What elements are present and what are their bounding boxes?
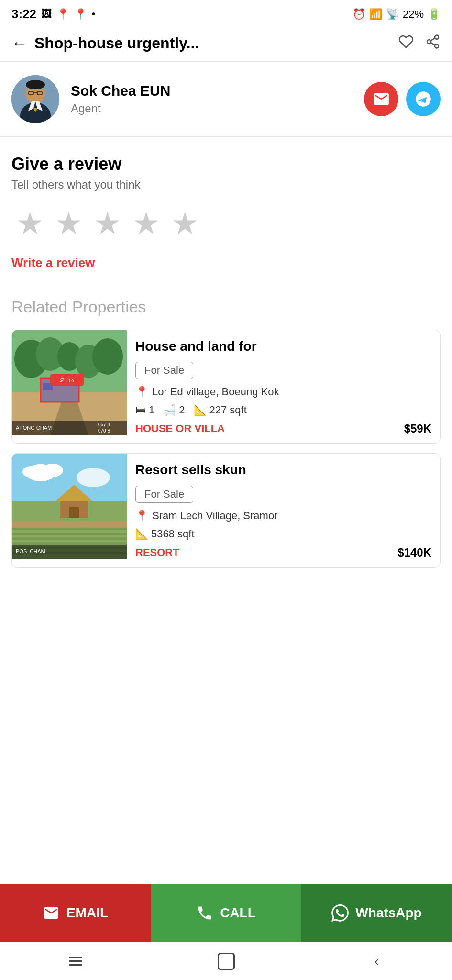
svg-line-3 (430, 43, 435, 45)
property-price-2: $140K (397, 546, 431, 559)
svg-rect-49 (12, 521, 127, 528)
svg-point-0 (435, 35, 439, 39)
property-type-2: RESORT (135, 546, 179, 559)
svg-text:ទីតាំង: ទីតាំង (59, 378, 75, 383)
svg-point-23 (92, 338, 123, 375)
review-section: Give a review Tell others what you think… (0, 137, 452, 280)
area-spec-2: 📐 5368 sqft (135, 528, 195, 540)
review-subtitle: Tell others what you think (11, 178, 441, 191)
star-1[interactable]: ★ (16, 206, 44, 241)
back-nav-icon: ‹ (375, 954, 379, 969)
agent-email-button[interactable] (364, 82, 398, 116)
property-type-1: HOUSE OR VILLA (135, 423, 225, 435)
stars-row[interactable]: ★ ★ ★ ★ ★ (11, 206, 441, 241)
battery-icon: 🔋 (428, 8, 441, 21)
battery-text: 22% (403, 8, 424, 21)
svg-text:067 8: 067 8 (98, 422, 110, 427)
related-title: Related Properties (11, 298, 441, 316)
svg-point-38 (77, 468, 110, 487)
whatsapp-label: WhatsApp (355, 905, 421, 921)
property-footer-1: HOUSE OR VILLA $59K (135, 422, 431, 435)
property-details-2: Resort sells skun For Sale 📍 Sram Lech V… (127, 454, 440, 567)
agent-info: Sok Chea EUN Agent (71, 83, 364, 115)
area-icon-1: 📐 (194, 404, 207, 416)
write-review-link[interactable]: Write a review (11, 256, 95, 270)
svg-rect-43 (12, 542, 127, 545)
svg-text:070 8: 070 8 (98, 428, 110, 434)
related-section: Related Properties ទ (0, 280, 452, 587)
recent-apps-button[interactable] (61, 952, 90, 971)
property-title-2: Resort sells skun (135, 461, 431, 479)
svg-point-36 (42, 464, 63, 477)
svg-rect-41 (12, 533, 127, 535)
bed-icon-1: 🛏 (135, 404, 146, 416)
call-label: CALL (220, 905, 256, 921)
agent-role: Agent (71, 102, 364, 115)
star-3[interactable]: ★ (94, 206, 121, 241)
agent-actions (364, 82, 441, 116)
home-button[interactable] (212, 952, 241, 971)
favorite-button[interactable] (398, 34, 414, 53)
svg-rect-42 (12, 537, 127, 540)
wifi-icon: 📶 (369, 8, 382, 21)
property-image-1: ទីតាំង APONG CHAM 067 8 070 8 (12, 330, 127, 435)
avatar (11, 75, 59, 123)
status-bar: 3:22 🖼 📍 📍 • ⏰ 📶 📡 22% 🔋 (0, 0, 452, 25)
property-location-2: 📍 Sram Lech Village, Sramor (135, 510, 431, 522)
status-right: ⏰ 📶 📡 22% 🔋 (353, 8, 441, 21)
star-2[interactable]: ★ (55, 206, 82, 241)
svg-rect-40 (12, 528, 127, 530)
property-price-1: $59K (404, 422, 431, 435)
android-nav: ‹ (0, 942, 452, 980)
home-icon (218, 953, 235, 970)
agent-section: Sok Chea EUN Agent (0, 62, 452, 137)
svg-line-4 (430, 38, 435, 41)
alarm-icon: ⏰ (353, 8, 365, 21)
nav-icons (398, 34, 441, 53)
property-title-1: House and land for (135, 338, 431, 355)
page-title: Shop-house urgently... (34, 34, 398, 52)
location-icon-1: 📍 (135, 386, 148, 398)
property-card-1[interactable]: ទីតាំង APONG CHAM 067 8 070 8 House and … (11, 330, 441, 444)
property-specs-2: 📐 5368 sqft (135, 528, 431, 540)
back-nav-button[interactable]: ‹ (363, 952, 391, 971)
review-title: Give a review (11, 154, 441, 174)
area-icon-2: 📐 (135, 528, 148, 540)
svg-point-1 (427, 40, 431, 44)
svg-point-37 (22, 466, 40, 478)
bath-icon-1: 🛁 (163, 404, 176, 416)
email-label: EMAIL (66, 905, 108, 921)
star-5[interactable]: ★ (171, 206, 198, 241)
property-card-2[interactable]: POS_CHAM Resort sells skun For Sale 📍 Sr… (11, 453, 441, 567)
property-image-2: POS_CHAM (12, 454, 127, 559)
property-specs-1: 🛏 1 🛁 2 📐 227 sqft (135, 404, 431, 416)
status-time: 3:22 🖼 📍 📍 • (11, 7, 95, 22)
property-details-1: House and land for For Sale 📍 Lor Ed vil… (127, 330, 440, 443)
property-location-1: 📍 Lor Ed village, Boeung Kok (135, 386, 431, 398)
whatsapp-button[interactable]: WhatsApp (301, 884, 452, 942)
location-icon-2: 📍 (135, 510, 148, 522)
svg-rect-48 (69, 507, 79, 518)
property-footer-2: RESORT $140K (135, 546, 431, 559)
beds-spec-1: 🛏 1 (135, 404, 154, 416)
svg-point-2 (435, 44, 439, 48)
baths-spec-1: 🛁 2 (163, 404, 185, 416)
svg-text:POS_CHAM: POS_CHAM (16, 548, 45, 554)
top-nav: ← Shop-house urgently... (0, 25, 452, 62)
star-4[interactable]: ★ (132, 206, 160, 241)
email-button[interactable]: EMAIL (0, 884, 151, 942)
svg-text:APONG CHAM: APONG CHAM (16, 425, 52, 431)
share-button[interactable] (425, 34, 441, 53)
area-spec-1: 📐 227 sqft (194, 404, 247, 416)
back-button[interactable]: ← (11, 34, 27, 52)
sale-badge-2: For Sale (135, 486, 193, 503)
sale-badge-1: For Sale (135, 362, 193, 379)
signal-icon: 📡 (386, 8, 399, 21)
agent-telegram-button[interactable] (406, 82, 441, 116)
svg-point-11 (26, 80, 45, 89)
agent-name: Sok Chea EUN (71, 83, 364, 99)
bottom-action-bar: EMAIL CALL WhatsApp (0, 884, 452, 942)
call-button[interactable]: CALL (151, 884, 301, 942)
